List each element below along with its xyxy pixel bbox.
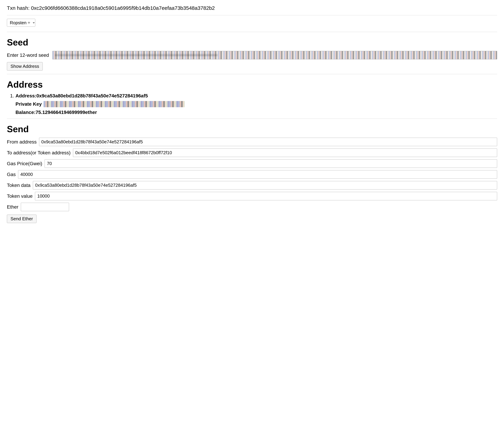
txn-hash: Txn hash: 0xc2c906fd6606388cda1918a0c590…: [7, 5, 497, 11]
gas-price-label: Gas Price(Gwei): [7, 161, 42, 166]
divider-seed: [7, 74, 497, 74]
address-section: Address Address:0x9ca53a80ebd1d28b78f43a…: [7, 79, 497, 115]
send-ether-button[interactable]: Send Ether: [7, 214, 36, 223]
seed-label: Enter 12-word seed: [7, 53, 49, 58]
seed-section-title: Seed: [7, 37, 497, 48]
divider-top: [7, 15, 497, 15]
address-item: Address:0x9ca53a80ebd1d28b78f43a50e74e52…: [16, 93, 497, 115]
private-key-label: Private Key: [16, 101, 42, 107]
show-address-button[interactable]: Show Address: [7, 62, 43, 71]
private-key-line: Private Key: [16, 101, 497, 107]
gas-price-row: Gas Price(Gwei): [7, 159, 497, 168]
send-section: Send From address To address(or Token ad…: [7, 124, 497, 223]
gas-label: Gas: [7, 172, 16, 177]
txn-hash-value: 0xc2c906fd6606388cda1918a0c5901a6995f9b1…: [31, 5, 215, 11]
token-value-label: Token value: [7, 194, 33, 199]
ether-row: Ether: [7, 203, 497, 211]
from-address-row: From address: [7, 138, 497, 146]
gas-price-input[interactable]: [45, 159, 497, 168]
network-select[interactable]: Ropsten ÷: [7, 19, 35, 27]
from-address-label: From address: [7, 139, 37, 145]
seed-input[interactable]: [52, 51, 497, 59]
address-field-label: Address:: [16, 93, 36, 98]
to-address-input[interactable]: [73, 148, 497, 157]
txn-hash-label: Txn hash:: [7, 5, 30, 11]
gas-input[interactable]: [18, 170, 497, 179]
ether-input[interactable]: [21, 203, 69, 211]
private-key-masked: [44, 101, 185, 107]
balance-value: 75.1294664194699999ether: [36, 110, 97, 115]
address-list: Address:0x9ca53a80ebd1d28b78f43a50e74e52…: [7, 93, 497, 115]
address-field-value: 0x9ca53a80ebd1d28b78f43a50e74e527284196a…: [36, 93, 148, 98]
ether-label: Ether: [7, 204, 18, 210]
seed-row: Enter 12-word seed: [7, 51, 497, 59]
divider-address: [7, 119, 497, 119]
from-address-input[interactable]: [39, 138, 497, 146]
send-section-title: Send: [7, 124, 497, 134]
to-address-label: To address(or Token address): [7, 150, 71, 156]
token-value-input[interactable]: [35, 192, 497, 200]
token-data-input[interactable]: [33, 181, 497, 190]
address-section-title: Address: [7, 79, 497, 90]
divider-network: [7, 32, 497, 32]
token-value-row: Token value: [7, 192, 497, 200]
token-data-label: Token data: [7, 183, 31, 188]
address-line: Address:0x9ca53a80ebd1d28b78f43a50e74e52…: [16, 93, 497, 99]
gas-row: Gas: [7, 170, 497, 179]
to-address-row: To address(or Token address): [7, 148, 497, 157]
token-data-row: Token data: [7, 181, 497, 190]
balance-line: Balance:75.1294664194699999ether: [16, 110, 497, 115]
balance-label: Balance:: [16, 110, 36, 115]
